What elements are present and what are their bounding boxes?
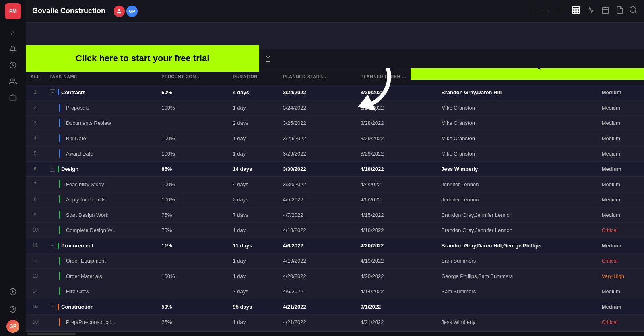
table-view-icon[interactable] xyxy=(572,6,580,17)
task-percent: 100% xyxy=(157,176,228,192)
horizontal-scrollbar[interactable] xyxy=(26,331,644,336)
task-color-bar xyxy=(59,257,60,265)
trial-banner-overlay[interactable]: Click here to start your free trial xyxy=(411,68,644,80)
task-table-wrapper: ALL TASK NAME PERCENT COM... DURATION PL… xyxy=(26,68,644,331)
paste-button[interactable] xyxy=(262,53,274,65)
task-name-cell[interactable]: − Procurement xyxy=(45,238,157,253)
table-row[interactable]: 8 Apply for Permits 100% 2 days 4/5/2022… xyxy=(26,192,644,207)
sidebar-item-add[interactable] xyxy=(6,284,20,299)
task-finish: 4/18/2022 xyxy=(356,222,437,238)
task-start: 3/29/2022 xyxy=(278,131,356,146)
task-finish: 3/29/2022 xyxy=(356,85,437,100)
sidebar-item-notifications[interactable] xyxy=(6,42,20,56)
app-logo[interactable]: PM xyxy=(5,3,21,19)
table-row[interactable]: 1 − Contracts 60% 4 days 3/24/2022 3/29/… xyxy=(26,85,644,100)
task-assigned: Brandon Gray,Daren Hill,George Phillips xyxy=(436,238,597,253)
task-name-cell[interactable]: Proposals xyxy=(45,100,157,115)
avatar-1[interactable] xyxy=(114,6,125,17)
task-name-cell[interactable]: Order Equipment xyxy=(45,253,157,268)
svg-rect-26 xyxy=(603,7,609,13)
table-row[interactable]: 3 Documents Review 2 days 3/25/2022 3/28… xyxy=(26,115,644,131)
task-finish: 4/15/2022 xyxy=(356,207,437,222)
row-id: 6 xyxy=(26,161,45,176)
row-id: 10 xyxy=(26,222,45,238)
task-name-cell[interactable]: Order Materials xyxy=(45,268,157,284)
table-row[interactable]: 5 Award Date 100% 1 day 3/29/2022 3/29/2… xyxy=(26,146,644,161)
group-toggle[interactable]: − xyxy=(50,89,55,95)
avatar-2[interactable]: GP xyxy=(126,6,138,17)
row-id: 12 xyxy=(26,253,45,268)
task-name-cell[interactable]: Bid Date xyxy=(45,131,157,146)
sidebar-item-time[interactable] xyxy=(6,58,20,73)
table-row[interactable]: 2 Proposals 100% 1 day 3/24/2022 3/24/20… xyxy=(26,100,644,115)
task-finish: 3/24/2022 xyxy=(356,100,437,115)
task-priority: Medium xyxy=(597,284,644,299)
task-finish: 4/4/2022 xyxy=(356,176,437,192)
pulse-view-icon[interactable] xyxy=(587,6,595,16)
table-row[interactable]: 11 − Procurement 11% 11 days 4/6/2022 4/… xyxy=(26,238,644,253)
table-row[interactable]: 4 Bid Date 100% 1 day 3/29/2022 3/29/202… xyxy=(26,131,644,146)
group-toggle[interactable]: − xyxy=(50,243,55,248)
task-assigned: Jennifer Lennon xyxy=(436,192,597,207)
table-row[interactable]: 7 Feasibility Study 100% 4 days 3/30/202… xyxy=(26,176,644,192)
sidebar-item-users[interactable] xyxy=(6,74,20,89)
task-name: Hire Crew xyxy=(66,288,89,295)
task-duration: 2 days xyxy=(228,192,278,207)
task-name-cell[interactable]: Start Design Work xyxy=(45,207,157,222)
sidebar-item-home[interactable]: ⌂ xyxy=(6,26,20,40)
list-view-icon[interactable] xyxy=(528,6,536,16)
filter-view-icon[interactable] xyxy=(557,6,565,16)
task-start: 4/20/2022 xyxy=(278,268,356,284)
user-avatar-bottom[interactable]: GP xyxy=(6,320,19,333)
table-row[interactable]: 16 Prep/Pre-constructi... 25% 1 day 4/21… xyxy=(26,314,644,330)
task-name-cell[interactable]: Apply for Permits xyxy=(45,192,157,207)
task-color-bar xyxy=(59,119,60,127)
task-name-cell[interactable]: Hire Crew xyxy=(45,284,157,299)
task-priority: Medium xyxy=(597,207,644,222)
svg-line-31 xyxy=(635,12,636,13)
task-start: 3/25/2022 xyxy=(278,115,356,131)
table-row[interactable]: 10 Complete Design W... 75% 1 day 4/18/2… xyxy=(26,222,644,238)
sidebar-item-help[interactable] xyxy=(6,302,20,317)
table-row[interactable]: 12 Order Equipment 1 day 4/19/2022 4/19/… xyxy=(26,253,644,268)
task-assigned: Brandon Gray,Jennifer Lennon xyxy=(436,207,597,222)
group-toggle[interactable]: − xyxy=(50,304,55,309)
doc-view-icon[interactable] xyxy=(616,6,624,16)
calendar-view-icon[interactable] xyxy=(601,6,609,16)
task-name-cell[interactable]: − Design xyxy=(45,161,157,176)
row-id: 4 xyxy=(26,131,45,146)
table-row[interactable]: 15 − Construction 50% 95 days 4/21/2022 … xyxy=(26,299,644,314)
task-name: Construction xyxy=(58,304,94,310)
task-duration: 1 day xyxy=(228,146,278,161)
task-assigned: Brandon Gray,Daren Hill xyxy=(436,85,597,100)
task-start: 4/5/2022 xyxy=(278,192,356,207)
search-icon[interactable] xyxy=(629,6,638,17)
task-start: 4/19/2022 xyxy=(278,253,356,268)
table-row[interactable]: 6 − Design 85% 14 days 3/30/2022 4/18/20… xyxy=(26,161,644,176)
task-finish: 4/18/2022 xyxy=(356,161,437,176)
col-start: PLANNED START... xyxy=(278,68,356,85)
row-id: 9 xyxy=(26,207,45,222)
task-start: 4/6/2022 xyxy=(278,284,356,299)
task-name-cell[interactable]: Documents Review xyxy=(45,115,157,131)
task-name-cell[interactable]: Complete Design W... xyxy=(45,222,157,238)
task-name-cell[interactable]: − Construction xyxy=(45,299,157,314)
task-name-cell[interactable]: Award Date xyxy=(45,146,157,161)
trial-banner[interactable]: Click here to start your free trial xyxy=(26,45,259,72)
task-name: Procurement xyxy=(58,243,93,249)
task-name: Complete Design W... xyxy=(66,227,117,233)
task-percent: 75% xyxy=(157,207,228,222)
sidebar-item-briefcase[interactable] xyxy=(6,90,20,105)
table-row[interactable]: 13 Order Materials 100% 1 day 4/20/2022 … xyxy=(26,268,644,284)
gantt-view-icon[interactable] xyxy=(543,6,551,16)
group-toggle[interactable]: − xyxy=(50,166,55,172)
table-row[interactable]: 14 Hire Crew 7 days 4/6/2022 4/14/2022 S… xyxy=(26,284,644,299)
task-priority: Critical xyxy=(597,314,644,330)
table-row[interactable]: 9 Start Design Work 75% 7 days 4/7/2022 … xyxy=(26,207,644,222)
task-color-bar xyxy=(59,211,60,219)
task-start: 3/30/2022 xyxy=(278,161,356,176)
task-name-cell[interactable]: Prep/Pre-constructi... xyxy=(45,314,157,330)
task-name-cell[interactable]: − Contracts xyxy=(45,85,157,100)
task-finish: 4/19/2022 xyxy=(356,253,437,268)
task-name-cell[interactable]: Feasibility Study xyxy=(45,176,157,192)
